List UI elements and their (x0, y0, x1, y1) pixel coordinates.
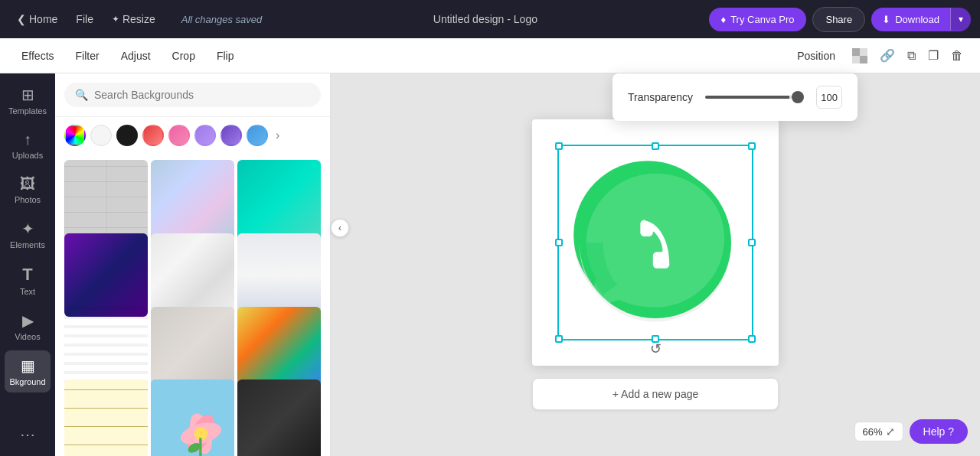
rotate-handle[interactable]: ↺ (650, 340, 662, 357)
home-label: Home (29, 13, 57, 25)
bg-thumb-flower[interactable] (151, 379, 234, 456)
add-page-button[interactable]: + Add a new page (532, 378, 779, 410)
bg-thumb-brick[interactable] (64, 160, 148, 243)
handle-mid-right[interactable] (748, 239, 756, 246)
svg-rect-1 (860, 56, 867, 64)
checkered-bg-button[interactable] (848, 44, 872, 68)
color-filter-multi[interactable] (64, 125, 86, 146)
sidebar-item-text[interactable]: T Text (5, 259, 51, 302)
sidebar-item-elements[interactable]: ✦ Elements (5, 213, 51, 256)
bkground-label: Bkground (9, 377, 45, 386)
add-page-label: + Add a new page (612, 388, 699, 400)
videos-label: Videos (15, 332, 40, 341)
canvas-page: ↺ (532, 119, 779, 366)
top-bar-center: Untitled design - Logo (268, 13, 702, 25)
resize-button[interactable]: ✦ Resize (104, 8, 163, 30)
main-layout: ⊞ Templates ↑ Uploads 🖼 Photos ✦ Element… (0, 73, 980, 456)
color-filter-more-button[interactable]: › (273, 125, 283, 145)
share-button[interactable]: Share (812, 7, 865, 32)
bg-thumb-marble-blue[interactable] (151, 160, 234, 243)
color-filter-pink[interactable] (168, 125, 190, 146)
bg-thumb-paint[interactable] (237, 307, 321, 390)
transparency-value[interactable]: 100 (816, 86, 842, 109)
top-bar-left: ❮ Home File ✦ Resize All changes saved (9, 8, 262, 30)
crop-button[interactable]: Crop (163, 45, 204, 67)
uploads-label: Uploads (12, 151, 43, 160)
hide-panel-button[interactable]: ‹ (331, 219, 349, 237)
whatsapp-icon-container (564, 151, 747, 334)
sidebar-item-videos[interactable]: ▶ Videos (5, 305, 51, 347)
sidebar-item-more[interactable]: ⋯ (5, 419, 51, 450)
color-filter-black[interactable] (116, 125, 138, 146)
sidebar-item-templates[interactable]: ⊞ Templates (5, 80, 51, 122)
layers-icon: ❐ (928, 48, 939, 63)
canva-crown-icon: ♦ (721, 14, 727, 25)
whatsapp-element[interactable]: ↺ (564, 151, 747, 334)
bg-thumb-cloud[interactable] (237, 233, 321, 317)
bg-thumb-plaster[interactable] (151, 307, 234, 390)
filter-button[interactable]: Filter (67, 45, 109, 67)
whatsapp-icon-svg (571, 158, 740, 327)
search-input[interactable] (94, 89, 310, 101)
copy-icon: ⧉ (907, 49, 916, 63)
color-filters: › (55, 117, 330, 154)
color-filter-purple1[interactable] (194, 125, 216, 146)
handle-bottom-right[interactable] (748, 335, 756, 343)
bottom-bar: 66% ⤢ Help ? (854, 419, 969, 444)
transparency-slider[interactable] (705, 96, 804, 99)
link-button[interactable]: 🔗 (875, 44, 900, 67)
bg-thumb-purple-blue[interactable] (64, 233, 148, 317)
svg-rect-3 (852, 56, 860, 64)
canvas-area: ↺ + Add a new page 66% ⤢ Help ? (331, 73, 980, 456)
secondary-toolbar: Effects Filter Adjust Crop Flip Position… (0, 38, 980, 73)
color-filter-purple2[interactable] (220, 125, 242, 146)
download-dropdown-button[interactable]: ▾ (950, 8, 971, 31)
try-pro-button[interactable]: ♦ Try Canva Pro (709, 8, 807, 31)
bg-thumb-wood[interactable] (64, 307, 148, 390)
handle-mid-left[interactable] (555, 239, 563, 246)
svg-rect-0 (852, 48, 860, 56)
color-filter-red[interactable] (142, 125, 164, 146)
bg-thumb-dark-stone[interactable] (237, 379, 321, 456)
handle-top-right[interactable] (748, 142, 756, 150)
help-button[interactable]: Help ? (910, 419, 968, 444)
hide-panel-icon: ‹ (338, 223, 341, 233)
file-button[interactable]: File (68, 8, 101, 30)
download-icon: ⬇ (882, 14, 890, 25)
sidebar-item-bkground[interactable]: ▦ Bkground (5, 350, 51, 392)
download-button[interactable]: ⬇ Download (871, 8, 950, 31)
search-box: 🔍 (64, 83, 321, 107)
bg-thumb-marble[interactable] (151, 233, 234, 317)
bg-thumb-teal[interactable] (237, 160, 321, 243)
color-filter-white[interactable] (90, 125, 112, 146)
top-bar-right: ♦ Try Canva Pro Share ⬇ Download ▾ (709, 7, 972, 32)
chevron-left-icon: ❮ (17, 13, 26, 25)
handle-top-left[interactable] (555, 142, 563, 150)
file-label: File (76, 13, 93, 25)
sidebar-item-uploads[interactable]: ↑ Uploads (5, 125, 51, 166)
fullscreen-button[interactable]: ⤢ (886, 425, 895, 438)
zoom-level: 66% (863, 426, 883, 438)
layers-button[interactable]: ❐ (923, 44, 943, 67)
search-icon: 🔍 (75, 89, 88, 101)
handle-top-mid[interactable] (652, 142, 659, 150)
elements-label: Elements (10, 240, 45, 249)
home-button[interactable]: ❮ Home (9, 8, 65, 30)
delete-button[interactable]: 🗑 (946, 44, 968, 67)
sidebar-item-photos[interactable]: 🖼 Photos (5, 169, 51, 210)
svg-rect-2 (860, 48, 867, 56)
flip-button[interactable]: Flip (207, 45, 243, 67)
color-filter-blue[interactable] (247, 125, 268, 146)
bg-thumb-lined[interactable] (64, 379, 148, 456)
handle-bottom-left[interactable] (555, 335, 563, 343)
bkground-icon: ▦ (21, 357, 35, 375)
transparency-label: Transparency (628, 91, 693, 103)
help-label: Help ? (923, 425, 954, 438)
photos-label: Photos (15, 195, 41, 204)
copy-button[interactable]: ⧉ (903, 44, 920, 67)
checkered-icon (852, 48, 867, 64)
position-button[interactable]: Position (788, 45, 844, 67)
zoom-display: 66% ⤢ (854, 422, 903, 441)
effects-button[interactable]: Effects (12, 45, 64, 67)
adjust-button[interactable]: Adjust (112, 45, 160, 67)
